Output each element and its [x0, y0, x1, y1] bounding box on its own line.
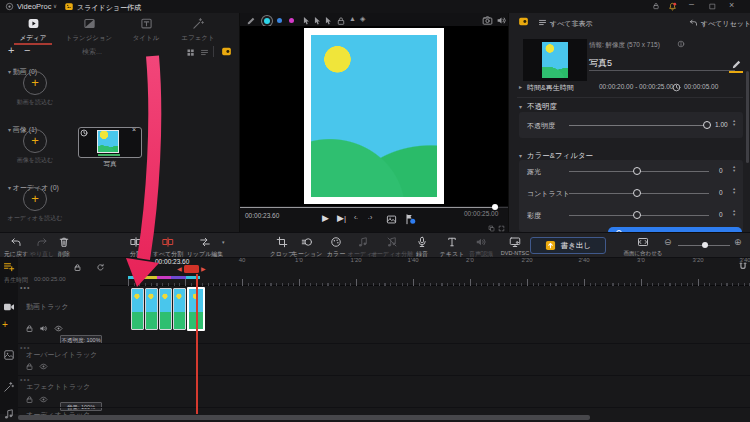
video-track-visibility-icon[interactable]	[54, 324, 63, 333]
color-section-label[interactable]: カラー&フィルター	[527, 151, 593, 161]
preview-canvas[interactable]	[240, 26, 508, 206]
screenshot-button-icon[interactable]	[386, 214, 397, 225]
timeline-clip[interactable]	[159, 288, 172, 330]
chevron-down-icon[interactable]: ▾	[519, 152, 522, 159]
saturation-stepper[interactable]: ▴▾	[733, 209, 735, 217]
overlay-track-visibility-icon[interactable]	[39, 362, 48, 371]
app-title[interactable]: VideoProc	[17, 2, 51, 11]
export-button[interactable]: 書き出し	[530, 237, 606, 254]
clip-name-field[interactable]: 写真5	[589, 57, 612, 70]
info-icon[interactable]	[677, 40, 685, 48]
add-track-button[interactable]: +	[2, 319, 8, 330]
diamond-shape-icon[interactable]: ◈	[360, 15, 365, 23]
timeline-lock-icon[interactable]	[73, 263, 82, 272]
media-item-photo[interactable]: ×	[78, 127, 142, 158]
time-section-label[interactable]: 時間&再生時間	[527, 83, 574, 93]
opacity-value[interactable]: 1.00	[715, 121, 728, 128]
maximize-button[interactable]	[709, 3, 716, 10]
play-button[interactable]: ▶	[322, 213, 329, 223]
speech-recognition-button[interactable]: 音声認識	[463, 236, 499, 259]
zoom-out-icon[interactable]: ⊖	[664, 237, 672, 247]
opacity-slider-knob[interactable]	[703, 121, 711, 129]
remove-media-button[interactable]: −	[24, 44, 30, 56]
select-star-cursor-icon[interactable]	[301, 16, 311, 26]
chevron-right-icon[interactable]: ▸	[519, 83, 522, 90]
inspector-toggle-icon[interactable]	[517, 16, 530, 27]
collapse-list-icon[interactable]	[538, 18, 547, 27]
opacity-slider[interactable]	[569, 125, 709, 127]
hide-all-button[interactable]: すべて非表示	[550, 19, 593, 29]
lock-tool-icon[interactable]	[336, 16, 346, 26]
duplicate-view-icon[interactable]	[488, 225, 495, 232]
dvd-ntsc-button[interactable]: DVD-NTSC	[495, 236, 535, 256]
draw-pen-icon[interactable]	[246, 16, 256, 26]
list-view-icon[interactable]	[200, 48, 209, 57]
playhead-grip-box[interactable]	[184, 265, 199, 273]
playhead-right-arrow-icon[interactable]: ▶	[201, 265, 206, 272]
playhead-line[interactable]	[196, 274, 198, 414]
contrast-slider-knob[interactable]	[633, 189, 641, 197]
contrast-stepper[interactable]: ▴▾	[733, 187, 735, 195]
marker-flag-icon[interactable]	[404, 213, 416, 225]
color-dot-magenta[interactable]	[289, 18, 294, 23]
snap-magnet-icon[interactable]	[738, 262, 748, 272]
chevron-down-icon[interactable]: ∨	[53, 3, 57, 9]
timeline-scrollbar[interactable]	[18, 415, 590, 420]
saturation-value[interactable]: 0	[719, 211, 723, 218]
saturation-slider-knob[interactable]	[633, 211, 641, 219]
add-audio-button[interactable]: +	[23, 187, 47, 211]
exposure-stepper[interactable]: ▴▾	[733, 165, 735, 173]
add-to-timeline-icon[interactable]	[3, 261, 15, 273]
fit-screen-button[interactable]: 画面に合わせる	[621, 236, 665, 257]
tab-transition[interactable]: トランジション	[62, 15, 116, 44]
close-button[interactable]: ×	[729, 0, 734, 10]
snapshot-camera-icon[interactable]	[482, 15, 493, 26]
exposure-slider-knob[interactable]	[633, 167, 641, 175]
triangle-shape-icon[interactable]: ▲	[349, 15, 356, 22]
select-cursor-icon[interactable]	[323, 16, 333, 26]
color-dot-cyan[interactable]	[264, 18, 270, 24]
notification-bell-icon[interactable]	[668, 2, 677, 11]
previous-frame-button[interactable]: ‹∙	[354, 214, 358, 221]
select-line-cursor-icon[interactable]	[312, 16, 322, 26]
tab-media[interactable]: メディア	[8, 15, 58, 44]
video-track-lock-icon[interactable]	[25, 324, 34, 333]
zoom-in-icon[interactable]: ⊕	[734, 237, 742, 247]
video-track-mute-icon[interactable]	[39, 324, 48, 333]
opacity-stepper[interactable]: ▴▾	[733, 119, 735, 127]
minimize-button[interactable]: –	[689, 0, 694, 9]
overlay-track-lock-icon[interactable]	[25, 362, 34, 371]
chevron-down-icon[interactable]: ▾	[519, 103, 522, 110]
panel-toggle-icon[interactable]	[220, 46, 233, 57]
effect-track-visibility-icon[interactable]	[39, 395, 48, 404]
remove-item-icon[interactable]: ×	[132, 126, 136, 133]
rename-pen-icon[interactable]	[731, 59, 742, 70]
delete-button[interactable]: 削除	[48, 236, 80, 259]
add-image-button[interactable]: +	[23, 129, 47, 153]
playhead-left-arrow-icon[interactable]: ◀	[177, 265, 182, 272]
timeline-clip[interactable]	[145, 288, 158, 330]
tab-effects[interactable]: エフェクト	[174, 15, 222, 44]
ripple-caret-icon[interactable]: ▾	[222, 239, 225, 245]
exposure-value[interactable]: 0	[719, 167, 723, 174]
opacity-section-label[interactable]: 不透明度	[527, 102, 557, 112]
inspector-scrollbar[interactable]	[746, 71, 749, 163]
timeline-clip[interactable]	[131, 288, 144, 330]
add-media-button[interactable]: +	[8, 44, 14, 56]
grid-view-icon[interactable]	[186, 48, 195, 57]
effect-track-lock-icon[interactable]	[25, 395, 34, 404]
add-video-button[interactable]: +	[23, 71, 47, 95]
color-dot-blue[interactable]	[277, 18, 282, 23]
play-to-end-button[interactable]: ▶|	[337, 213, 346, 223]
tab-title[interactable]: タイトル	[122, 15, 170, 44]
loop-icon[interactable]	[96, 263, 105, 272]
contrast-value[interactable]: 0	[719, 189, 723, 196]
preview-speaker-icon[interactable]	[496, 15, 507, 26]
playhead-grip[interactable]: ◀ ▶	[177, 264, 207, 274]
reset-all-button[interactable]: すべてリセット	[701, 19, 750, 29]
video-track-menu-icon[interactable]: •••	[20, 284, 30, 291]
search-input[interactable]: 検索...	[82, 47, 102, 57]
timeline-clip[interactable]	[173, 288, 186, 330]
fullscreen-icon[interactable]	[498, 225, 505, 232]
timeline-zoom-knob[interactable]	[702, 242, 708, 248]
